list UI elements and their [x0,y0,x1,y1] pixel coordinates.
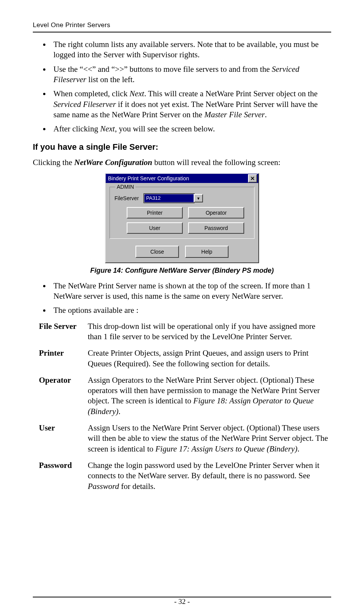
user-button[interactable]: User [127,222,183,234]
text-em: Password [88,482,119,491]
bindery-dialog: Bindery Print Server Configuration ✕ ADM… [105,173,259,263]
text-bold-em: NetWare Configuration [74,158,152,167]
admin-groupbox: ADMIN FileServer PA312 ▼ Printer Operato… [110,187,254,239]
table-row: File Server This drop-down list will be … [39,321,330,342]
fileserver-label: FileServer [114,195,144,202]
list-item: After clicking Next, you will see the sc… [50,124,331,134]
dialog-title: Bindery Print Server Configuration [108,175,248,182]
text: . [118,407,120,416]
text: Use the “<<” and “>>” buttons to move fi… [53,65,272,74]
list-item: When completed, click Next. This will cr… [50,89,331,120]
table-row: User Assign Users to the NetWare Print S… [39,423,330,454]
list-item: The right column lists any available ser… [50,39,331,60]
option-term: File Server [39,321,88,342]
list-item: The options available are : [50,305,331,316]
option-desc: This drop-down list will be operational … [88,321,330,342]
text: . This will create a NetWare Print Serve… [144,89,318,98]
fileserver-value: PA312 [144,194,194,202]
text: for details. [119,482,155,491]
top-bullet-list: The right column lists any available ser… [33,39,331,134]
option-term: Printer [39,348,88,369]
text: The NetWare Print Server name is shown a… [53,281,311,301]
running-head: Level One Printer Servers [33,21,331,32]
option-desc: Change the login password used by the Le… [88,460,330,492]
option-desc: Create Printer Objects, assign Print Que… [88,348,330,369]
text: Change the login password used by the Le… [88,461,319,480]
chevron-down-icon[interactable]: ▼ [194,194,203,202]
option-term: User [39,423,88,454]
text-em: Figure 17: Assign Users to Queue (Binder… [155,444,297,453]
option-term: Password [39,460,88,492]
table-row: Printer Create Printer Objects, assign P… [39,348,330,369]
text: . [265,110,267,119]
text-em: Serviced Fileserver [53,100,116,109]
text: The options available are : [53,306,139,315]
fileserver-combobox[interactable]: PA312 ▼ [144,194,203,202]
options-table: File Server This drop-down list will be … [33,321,331,492]
option-term: Operator [39,375,88,417]
text: When completed, click [53,89,129,98]
printer-button[interactable]: Printer [127,207,183,218]
option-desc: Assign Users to the NetWare Print Server… [88,423,330,454]
text-em: Next [100,124,114,133]
text: After clicking [53,124,100,133]
text: Create Printer Objects, assign Print Que… [88,348,309,368]
option-desc: Assign Operators to the NetWare Print Se… [88,375,330,417]
table-row: Password Change the login password used … [39,460,330,492]
text-em: Master File Server [204,110,265,119]
text: This drop-down list will be operational … [88,322,316,341]
text: list on the left. [86,75,135,84]
close-icon[interactable]: ✕ [248,174,257,183]
section-heading: If you have a single File Server: [33,142,331,153]
list-item: The NetWare Print Server name is shown a… [50,281,331,302]
text: . [297,444,299,453]
text: Clicking the [33,158,74,167]
list-item: Use the “<<” and “>>” buttons to move fi… [50,64,331,85]
page-number: - 32 - [0,597,364,607]
intro-paragraph: Clicking the NetWare Configuration butto… [33,157,331,168]
table-row: Operator Assign Operators to the NetWare… [39,375,330,417]
close-button[interactable]: Close [135,246,179,258]
text: The right column lists any available ser… [53,40,319,59]
mid-bullet-list: The NetWare Print Server name is shown a… [33,281,331,316]
password-button[interactable]: Password [188,222,244,234]
dialog-titlebar: Bindery Print Server Configuration ✕ [106,174,258,183]
text-em: Next [129,89,144,98]
groupbox-legend: ADMIN [115,183,135,190]
text: button will reveal the following screen: [152,158,280,167]
figure-caption: Figure 14: Configure NetWare Server (Bin… [33,266,331,275]
operator-button[interactable]: Operator [188,207,244,218]
text: , you will see the screen below. [115,124,215,133]
help-button[interactable]: Help [185,246,229,258]
